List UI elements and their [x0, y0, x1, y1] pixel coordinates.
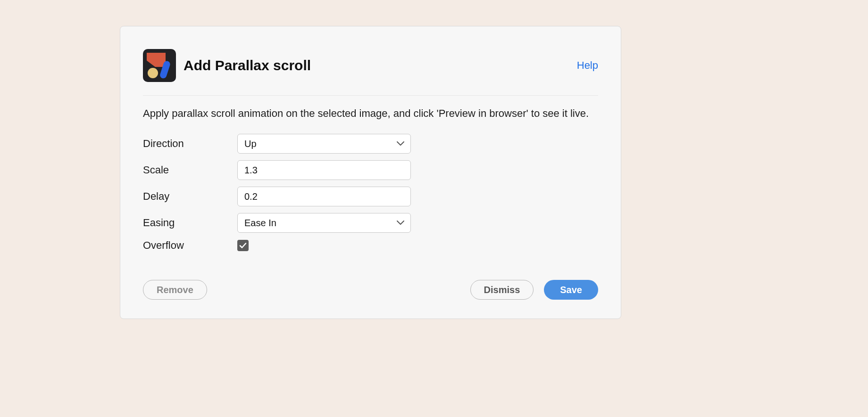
- title-wrap: Add Parallax scroll: [143, 49, 311, 82]
- easing-select-wrap: Ease In: [237, 213, 411, 233]
- scale-label: Scale: [143, 164, 237, 176]
- easing-select[interactable]: Ease In: [237, 213, 411, 233]
- delay-input[interactable]: [237, 187, 411, 206]
- field-easing: Easing Ease In: [143, 213, 598, 233]
- remove-button[interactable]: Remove: [143, 280, 207, 300]
- field-direction: Direction Up: [143, 134, 598, 154]
- dialog-footer: Remove Dismiss Save: [143, 280, 598, 300]
- dialog-description: Apply parallax scroll animation on the s…: [143, 105, 598, 122]
- check-icon: [239, 242, 247, 249]
- app-icon: [143, 49, 176, 82]
- easing-label: Easing: [143, 217, 237, 229]
- save-button[interactable]: Save: [544, 280, 598, 300]
- footer-right: Dismiss Save: [470, 280, 598, 300]
- field-scale: Scale: [143, 160, 598, 180]
- direction-select-wrap: Up: [237, 134, 411, 154]
- direction-label: Direction: [143, 138, 237, 150]
- delay-label: Delay: [143, 190, 237, 203]
- field-delay: Delay: [143, 187, 598, 206]
- overflow-label: Overflow: [143, 239, 237, 252]
- help-link[interactable]: Help: [577, 59, 598, 72]
- dismiss-button[interactable]: Dismiss: [470, 280, 534, 300]
- add-parallax-scroll-dialog: Add Parallax scroll Help Apply parallax …: [120, 26, 621, 319]
- direction-select[interactable]: Up: [237, 134, 411, 154]
- dialog-title: Add Parallax scroll: [184, 57, 311, 74]
- overflow-checkbox[interactable]: [237, 240, 249, 251]
- dialog-header: Add Parallax scroll Help: [143, 49, 598, 96]
- field-overflow: Overflow: [143, 239, 598, 252]
- scale-input[interactable]: [237, 160, 411, 180]
